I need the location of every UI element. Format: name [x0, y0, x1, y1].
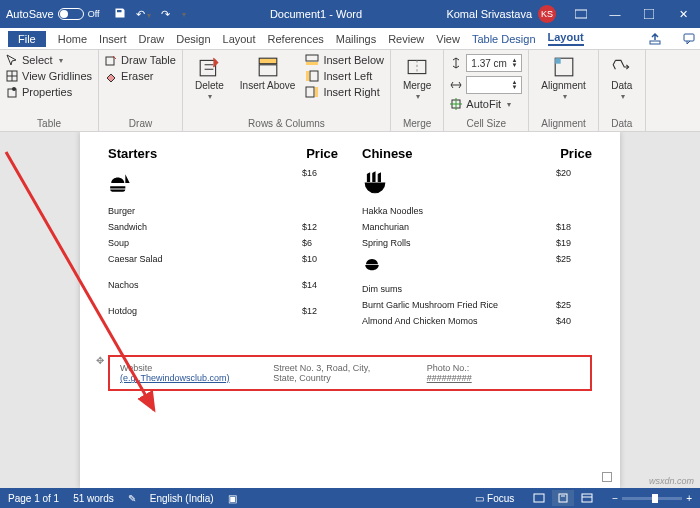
footer-table[interactable]: ✥ Website (e.g.,Thewindowsclub.com) Stre…	[108, 355, 592, 391]
select-button[interactable]: Select▾	[6, 54, 92, 66]
macro-icon[interactable]: ▣	[228, 493, 237, 504]
row-height-input[interactable]: 1.37 cm▲▼	[450, 54, 522, 72]
data-button[interactable]: Data▾	[605, 54, 639, 104]
svg-rect-0	[575, 10, 587, 18]
status-words[interactable]: 51 words	[73, 493, 114, 504]
status-page[interactable]: Page 1 of 1	[8, 493, 59, 504]
table-anchor-icon[interactable]: ✥	[96, 355, 104, 366]
tab-home[interactable]: Home	[58, 33, 87, 45]
svg-rect-20	[555, 58, 561, 64]
quick-access-toolbar: ↶▾ ↷ ▾	[106, 7, 194, 21]
insert-left-button[interactable]: Insert Left	[305, 70, 384, 82]
group-cell-size: 1.37 cm▲▼ ▲▼ AutoFit▾ Cell Size	[444, 50, 529, 131]
view-gridlines-button[interactable]: View Gridlines	[6, 70, 92, 82]
footer-address-cell[interactable]: Street No. 3, Road, City, State, Country	[273, 363, 426, 383]
ribbon-tabs: File Home Insert Draw Design Layout Refe…	[0, 28, 700, 50]
svg-rect-25	[582, 494, 592, 502]
footer-website-cell[interactable]: Website (e.g.,Thewindowsclub.com)	[120, 363, 273, 383]
group-alignment: Alignment▾ Alignment	[529, 50, 598, 131]
svg-rect-11	[306, 55, 318, 61]
status-language[interactable]: English (India)	[150, 493, 214, 504]
avatar: KS	[538, 5, 556, 23]
close-icon[interactable]: ✕	[666, 0, 700, 28]
share-icon[interactable]	[644, 30, 666, 48]
group-draw: Draw Table Eraser Draw	[99, 50, 183, 131]
website-link[interactable]: (e.g.,Thewindowsclub.com)	[120, 373, 230, 383]
table-resize-handle[interactable]	[602, 472, 612, 482]
title-bar: AutoSave Off ↶▾ ↷ ▾ Document1 - Word Kom…	[0, 0, 700, 28]
autofit-button[interactable]: AutoFit▾	[450, 98, 522, 110]
insert-above-button[interactable]: Insert Above	[234, 54, 302, 93]
ribbon: Select▾ View Gridlines Properties Table …	[0, 50, 700, 132]
svg-rect-14	[306, 71, 309, 81]
minimize-icon[interactable]: —	[598, 0, 632, 28]
group-rows-columns: Delete▾ Insert Above Insert Below Insert…	[183, 50, 391, 131]
svg-rect-1	[644, 9, 654, 19]
tab-table-layout[interactable]: Layout	[548, 31, 584, 46]
status-bar: Page 1 of 1 51 words ✎ English (India) ▣…	[0, 488, 700, 508]
col-width-input[interactable]: ▲▼	[450, 76, 522, 94]
web-layout-icon[interactable]	[576, 490, 598, 506]
qat-customize-icon[interactable]: ▾	[182, 10, 186, 19]
read-mode-icon[interactable]	[528, 490, 550, 506]
svg-point-6	[12, 87, 16, 91]
tab-references[interactable]: References	[268, 33, 324, 45]
tab-insert[interactable]: Insert	[99, 33, 127, 45]
svg-rect-13	[310, 71, 318, 81]
properties-button[interactable]: Properties	[6, 86, 92, 98]
document-area[interactable]: StartersPrice $16 Burger Sandwich$12 Sou…	[0, 132, 700, 488]
autosave-toggle[interactable]: AutoSave Off	[0, 8, 106, 20]
autosave-label: AutoSave	[6, 8, 54, 20]
footer-photo-cell[interactable]: Photo No.: #########	[427, 363, 580, 383]
print-layout-icon[interactable]	[552, 490, 574, 506]
group-merge: Merge▾ Merge	[391, 50, 444, 131]
tab-mailings[interactable]: Mailings	[336, 33, 376, 45]
tab-design[interactable]: Design	[176, 33, 210, 45]
svg-rect-8	[201, 60, 216, 75]
maximize-icon[interactable]	[632, 0, 666, 28]
tab-file[interactable]: File	[8, 31, 46, 47]
delete-button[interactable]: Delete▾	[189, 54, 230, 104]
watermark: wsxdn.com	[649, 476, 694, 486]
svg-rect-3	[684, 34, 694, 41]
burger-icon	[108, 170, 134, 196]
svg-rect-10	[259, 58, 277, 64]
user-account[interactable]: Komal Srivastava KS	[438, 5, 564, 23]
svg-rect-16	[315, 87, 318, 97]
svg-rect-22	[534, 494, 544, 502]
tab-draw[interactable]: Draw	[139, 33, 165, 45]
redo-icon[interactable]: ↷	[161, 8, 170, 21]
ribbon-options-icon[interactable]	[564, 0, 598, 28]
svg-rect-23	[559, 494, 567, 502]
merge-button[interactable]: Merge▾	[397, 54, 437, 104]
page: StartersPrice $16 Burger Sandwich$12 Sou…	[80, 132, 620, 488]
tab-review[interactable]: Review	[388, 33, 424, 45]
insert-below-button[interactable]: Insert Below	[305, 54, 384, 66]
svg-rect-2	[650, 41, 660, 44]
group-table: Select▾ View Gridlines Properties Table	[0, 50, 99, 131]
toggle-icon	[58, 8, 84, 20]
svg-rect-9	[259, 65, 277, 76]
svg-rect-15	[306, 87, 314, 97]
eraser-button[interactable]: Eraser	[105, 70, 176, 82]
tab-view[interactable]: View	[436, 33, 460, 45]
tab-layout[interactable]: Layout	[223, 33, 256, 45]
focus-mode[interactable]: ▭ Focus	[475, 493, 514, 504]
insert-right-button[interactable]: Insert Right	[305, 86, 384, 98]
comments-icon[interactable]	[678, 30, 700, 48]
noodles-icon	[362, 170, 388, 196]
svg-rect-12	[306, 62, 318, 65]
alignment-button[interactable]: Alignment▾	[535, 54, 591, 104]
undo-icon[interactable]: ↶▾	[136, 8, 151, 21]
tab-table-design[interactable]: Table Design	[472, 33, 536, 45]
zoom-in-icon[interactable]: +	[686, 493, 692, 504]
zoom-slider[interactable]: − +	[612, 493, 692, 504]
save-icon[interactable]	[114, 7, 126, 21]
group-data: Data▾ Data	[599, 50, 646, 131]
user-name: Komal Srivastava	[446, 8, 532, 20]
zoom-out-icon[interactable]: −	[612, 493, 618, 504]
dimsum-icon	[362, 256, 382, 274]
draw-table-button[interactable]: Draw Table	[105, 54, 176, 66]
spellcheck-icon[interactable]: ✎	[128, 493, 136, 504]
menu-column-starters: StartersPrice $16 Burger Sandwich$12 Sou…	[108, 146, 338, 329]
